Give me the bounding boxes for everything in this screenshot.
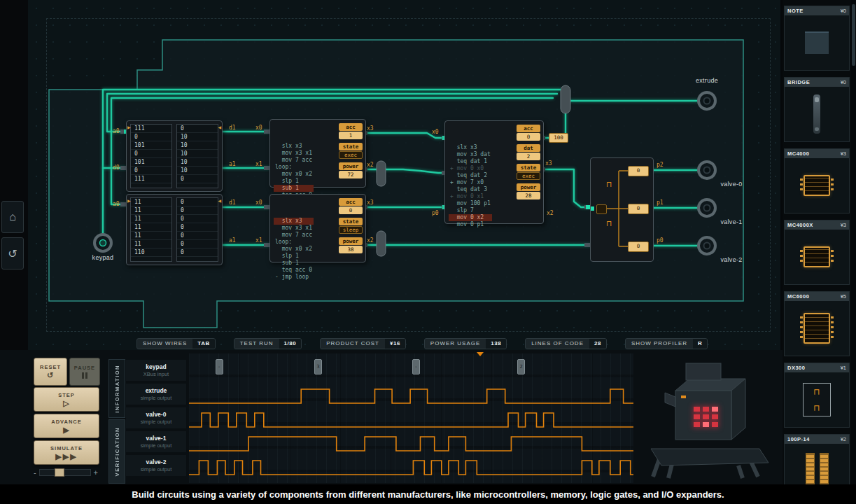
status-pill-value: 28 xyxy=(589,339,606,349)
code-line: slx x3 xyxy=(274,143,314,150)
signal-type: simple output xyxy=(141,395,172,401)
pad-label-keypad: keypad xyxy=(87,254,118,261)
code-line: mov 0 p1 xyxy=(449,221,492,228)
pin-label: x3 xyxy=(367,125,374,132)
memory-cell: 0 xyxy=(177,232,218,240)
status-pill[interactable]: PRODUCT COST ¥16 xyxy=(320,338,406,349)
palette-item-mc6000[interactable]: MC6000 ¥5 xyxy=(784,291,850,356)
palette-item-note[interactable]: NOTE ¥0 xyxy=(784,6,850,71)
pulse-icon: ⊓ xyxy=(606,181,612,188)
pin-label: x1 xyxy=(255,237,262,244)
status-pill-label: LINES OF CODE xyxy=(526,339,589,349)
memory-chip-2[interactable]: ▶ 111111111111110 0000000 ◀ xyxy=(126,194,223,265)
palette-item-bridge[interactable]: BRIDGE ¥0 xyxy=(784,77,850,142)
signal-name: valve-1 xyxy=(146,435,167,442)
pause-button[interactable]: PAUSE xyxy=(69,358,100,386)
register-label: power xyxy=(339,162,363,170)
100p-14-chip-icon xyxy=(806,453,829,484)
home-button[interactable]: ⌂ xyxy=(1,201,24,233)
simulate-button[interactable]: SIMULATE ▶▶▶ xyxy=(34,440,99,465)
pad-label-valve-0: valve-0 xyxy=(710,181,752,188)
speed-slider[interactable]: - + xyxy=(34,468,98,477)
status-pill[interactable]: SHOW WIRES TAB xyxy=(136,338,216,349)
xbus-packet-marker: - xyxy=(216,359,223,374)
reset-button[interactable]: RESET ↺ xyxy=(34,358,67,386)
memory-cell: 10 xyxy=(177,158,218,167)
pin-label: x2 xyxy=(367,237,374,244)
status-pill-value: TAB xyxy=(192,339,214,349)
undo-icon: ↺ xyxy=(8,247,17,260)
dx300-expander[interactable]: ⊓ ⊓ 0 0 0 xyxy=(590,158,654,262)
io-pad-valve-1 xyxy=(699,200,715,216)
status-pill-label: TEST RUN xyxy=(234,339,279,349)
memory-cell: 11 xyxy=(131,215,171,223)
code-editor[interactable]: slx x3 mov x3 dat teq dat 1+ mov 0 x0 te… xyxy=(449,123,492,228)
component-name: DX300 xyxy=(787,365,805,371)
step-button[interactable]: STEP ▷ xyxy=(34,387,99,412)
speed-track[interactable] xyxy=(39,469,91,476)
xbus-marker-row: -3-2 xyxy=(189,359,633,374)
component-price: ¥0 xyxy=(841,8,846,14)
palette-item-mc4000[interactable]: MC4000 ¥3 xyxy=(784,148,850,214)
register-readout: acc 1 state exec power 72 xyxy=(339,123,363,178)
register-label: state xyxy=(339,218,363,225)
pin-label: d0 xyxy=(113,164,120,171)
advance-label: ADVANCE xyxy=(51,419,82,425)
pause-label: PAUSE xyxy=(74,365,95,371)
palette-item-100p-14[interactable]: 100P-14 ¥2 xyxy=(784,434,850,484)
pulse-icon: ⊓ xyxy=(813,387,820,397)
memory-cell: 111 xyxy=(131,175,171,183)
tab-verification[interactable]: VERIFICATION xyxy=(108,419,125,484)
mc4000-chip-icon xyxy=(804,175,830,196)
memory-cell: 0 xyxy=(177,248,218,257)
memory-chip-1[interactable]: ▶ 111010101010111 010101010100 ◀ xyxy=(126,120,223,192)
pin-label: a0 xyxy=(113,201,120,207)
code-line: mov x3 x1 xyxy=(274,225,314,232)
code-line: mov x3 dat xyxy=(449,151,492,158)
component-name: 100P-14 xyxy=(787,436,810,442)
code-line: mov x0 x2 xyxy=(274,171,314,178)
component-palette: NOTE ¥0 BRIDGE ¥0 MC4000 ¥3 MC4000X ¥3 xyxy=(783,0,851,484)
simulate-label: SIMULATE xyxy=(50,445,83,451)
scrollbar-thumb[interactable] xyxy=(852,4,855,66)
speed-minus[interactable]: - xyxy=(34,468,36,477)
code-line: teq acc 0 xyxy=(274,267,314,274)
circuit-canvas[interactable]: keypad extrude valve-0 valve-1 valve-2 ▶… xyxy=(28,0,780,350)
undo-button[interactable]: ↺ xyxy=(1,237,24,270)
memory-column-a: 111111111111110 xyxy=(130,197,172,262)
speed-plus[interactable]: + xyxy=(94,468,98,477)
code-editor[interactable]: slx x3 mov x3 x1 mov 7 accloop: mov x0 x… xyxy=(274,122,314,206)
timeline-cursor[interactable] xyxy=(477,352,484,356)
advance-button[interactable]: ADVANCE ▶ xyxy=(34,414,99,438)
register-value: 28 xyxy=(517,192,540,200)
memory-cell: 0 xyxy=(177,125,218,133)
io-pad-keypad xyxy=(94,234,111,251)
status-pill[interactable]: SHOW PROFILER R xyxy=(625,338,708,349)
palette-item-dx300[interactable]: DX300 ¥1 ⊓ ⊓ xyxy=(784,363,850,428)
code-editor[interactable]: slx x3 mov x3 x1 mov 7 accloop: mov x0 x… xyxy=(274,197,314,281)
status-pill[interactable]: TEST RUN 1/80 xyxy=(234,338,302,349)
register-value: exec xyxy=(517,172,540,180)
palette-scrollbar[interactable] xyxy=(851,0,856,484)
component-price: ¥3 xyxy=(841,222,846,228)
mcu-mc6000[interactable]: slx x3 mov x3 dat teq dat 1+ mov 0 x0 te… xyxy=(444,120,544,224)
code-line: slp 7 xyxy=(449,207,492,214)
register-label: acc xyxy=(517,125,540,132)
signal-row-valve-2: valve-2 simple output xyxy=(126,455,186,476)
mcu-mc4000-2[interactable]: slx x3 mov x3 x1 mov 7 accloop: mov x0 x… xyxy=(269,194,366,262)
waveform-valve-1 xyxy=(189,437,633,451)
waveform-area[interactable]: -3-2 xyxy=(189,354,633,483)
pin-label: a1 xyxy=(229,161,236,167)
mcu-mc4000-1[interactable]: slx x3 mov x3 x1 mov 7 accloop: mov x0 x… xyxy=(269,119,366,188)
note-component-icon xyxy=(805,31,829,54)
memory-pointer-icon: ▶ xyxy=(127,198,131,203)
palette-item-mc4000x[interactable]: MC4000X ¥3 xyxy=(784,220,850,285)
status-pill[interactable]: LINES OF CODE 28 xyxy=(525,338,607,349)
bottom-panel: RESET ↺ PAUSE STEP ▷ ADVANCE ▶ SIMULATE … xyxy=(0,350,783,484)
memory-cell: 0 xyxy=(131,133,171,141)
status-pill[interactable]: POWER USAGE 138 xyxy=(424,338,507,349)
tab-information[interactable]: INFORMATION xyxy=(108,359,125,418)
speed-thumb[interactable] xyxy=(55,468,64,477)
pin-label: x2 xyxy=(547,210,554,216)
register-label: acc xyxy=(339,123,363,131)
